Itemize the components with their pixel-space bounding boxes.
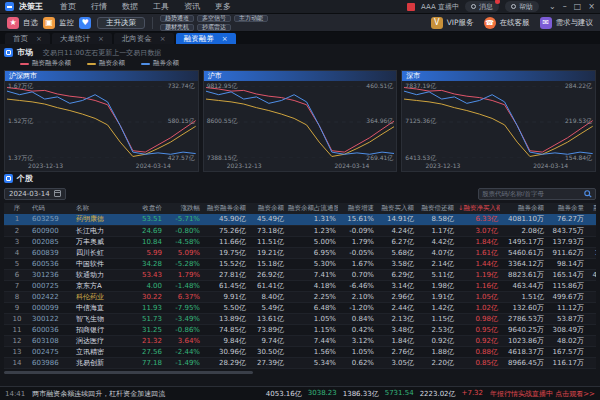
right-axis-tick: 284.22亿 [565,83,592,89]
table-row-603986[interactable]: 14603986兆易创新77.18-1.49%28.29亿27.39亿5.34%… [4,357,596,368]
cell-seq: 14 [4,357,30,368]
stock-search[interactable] [478,188,596,200]
table-row-002475[interactable]: 13002475立讯精密27.56-2.44%30.96亿30.50亿1.56%… [4,346,596,357]
tabbar: 首页×大单统计×北向资金×融资融券× [0,32,600,44]
column-header-sell_vol[interactable]: 融券卖出量 [586,203,596,214]
vip-service-button[interactable]: V VIP服务 [431,17,474,29]
chart-panel-沪深两市: 沪深两市1.67万亿1.52万亿1.37万亿732.74亿580.15亿427.… [4,70,199,172]
column-header-rzrq[interactable]: 融资融券余额 [202,203,248,214]
quick-button-题材先机[interactable]: 题材先机 [160,24,194,31]
tab-close-icon[interactable]: × [36,35,42,43]
table-row-600900[interactable]: 2600900长江电力24.69-0.80%75.26亿73.18亿1.23%-… [4,225,596,236]
promo-ticker[interactable]: AAA 直播中 [421,2,459,12]
market-stats: 4053.16亿3038.231386.33亿5731.542223.02亿+7… [266,389,483,399]
tab-首页[interactable]: 首页× [5,33,50,44]
menu-item-更多[interactable]: 更多 [215,1,231,12]
cell-repay: 1.17亿 [416,225,456,236]
table-row-600839[interactable]: 4600839四川长虹5.995.09%19.75亿19.21亿6.95%-0.… [4,247,596,258]
quick-button-多空信号[interactable]: 多空信号 [197,15,231,22]
column-header-close[interactable]: 收盘价 [130,203,164,214]
hscrollbar-thumb[interactable] [4,371,253,374]
news-ticker[interactable]: 两市融资余额连续回升，杠杆资金加速回流 [32,389,165,399]
titlebar: 决策王 首页行情数据工具资讯更多 AAA 直播中 消息 帮助 ⌄–□× [0,0,600,14]
chart-panel-沪市: 沪市9812.95亿8600.55亿7388.15亿460.51亿364.96亿… [203,70,398,172]
menu-item-数据[interactable]: 数据 [122,1,138,12]
table-row-002085[interactable]: 3002085万丰奥威10.84-4.58%11.66亿11.51亿5.00%1… [4,236,596,247]
column-header-rz[interactable]: 融资余额 [248,203,286,214]
table-row-301236[interactable]: 6301236软通动力53.431.79%27.81亿26.92亿7.41%0.… [4,269,596,280]
table-row-000725[interactable]: 7000725京东方A4.00-1.48%61.45亿61.41亿4.18%-6… [4,280,596,291]
app-name: 决策王 [19,1,43,12]
column-header-code[interactable]: 代码 [30,203,74,214]
chart-plot-area[interactable]: 9812.95亿8600.55亿7388.15亿460.51亿364.96亿26… [206,83,395,161]
watchlist-button[interactable]: ★ 自选 [7,17,38,29]
column-header-chg[interactable]: 涨跌幅 [164,203,202,214]
table-row-603108[interactable]: 12603108润达医疗21.323.64%9.84亿9.74亿7.44%3.1… [4,335,596,346]
minimize-button[interactable]: – [563,2,567,11]
cell-ratio: 1.31% [286,214,338,225]
tab-close-icon[interactable]: × [98,35,104,43]
tab-北向资金[interactable]: 北向资金× [114,33,174,44]
tab-close-icon[interactable]: × [222,35,228,43]
maximize-button[interactable]: □ [574,2,582,11]
table-row-300122[interactable]: 10300122智飞生物51.73-3.49%13.89亿13.61亿1.05%… [4,313,596,324]
tab-融资融券[interactable]: 融资融券× [176,33,236,44]
table-row-002422[interactable]: 8002422科伦药业30.226.37%9.91亿8.40亿2.25%2.10… [4,291,596,302]
table-row-600536[interactable]: 5600536中国软件34.28-5.28%15.52亿15.18亿5.30%1… [4,258,596,269]
promo-link[interactable]: 年报行情实战直播中 点击观看>> [490,389,595,399]
date-picker[interactable]: 2024-03-14 [4,188,66,200]
column-header-rq_vol[interactable]: 融券余量 [546,203,586,214]
quick-button-趋势通道[interactable]: 趋势通道 [160,15,194,22]
messages-button[interactable]: 消息 [465,1,499,12]
quick-button-主力动能[interactable]: 主力动能 [234,15,268,22]
feedback-button[interactable]: ✉ 需求与建议 [540,17,594,29]
cell-rzrq: 15.52亿 [202,258,248,269]
cell-rq_bal: 2786.53万 [500,313,546,324]
main-rise-decision-button[interactable]: 主升决策 [97,17,145,29]
right-axis-tick: 364.96亿 [366,118,393,124]
question-icon [511,4,516,9]
margin-trading-app: { "titlebar": { "app_name": "决策王", "menu… [0,0,600,400]
column-header-growth[interactable]: 融资增速 [338,203,376,214]
chevron-down-button[interactable]: ⌄ [549,2,556,11]
cell-buy: 2.96亿 [376,291,416,302]
table-row-000099[interactable]: 9000099中信海直11.93-7.95%5.50亿5.49亿6.48%-1.… [4,302,596,313]
messages-label: 消息 [479,2,493,12]
cell-rq_vol: 48.02万 [546,335,586,346]
cell-sell_vol: 15.08万 [586,357,596,368]
tab-大单统计[interactable]: 大单统计× [52,33,112,44]
column-header-seq[interactable]: 序 [4,203,30,214]
table-row-600036[interactable]: 11600036招商银行31.25-0.86%74.85亿73.89亿1.15%… [4,324,596,335]
right-axis-tick: 269.41亿 [366,155,393,161]
cell-seq: 3 [4,236,30,247]
column-header-repay[interactable]: 融资偿还额 [416,203,456,214]
status-bar: 14:41 两市融资余额连续回升，杠杆资金加速回流 4053.16亿3038.2… [0,386,600,400]
tab-close-icon[interactable]: × [160,35,166,43]
column-header-rq_bal[interactable]: 融券余额 [500,203,546,214]
monitor-button[interactable]: ▣ 监控 [43,17,74,29]
table-row-603259[interactable]: 1603259药明康德53.51-5.71%45.90亿45.49亿1.31%1… [4,214,596,225]
left-axis-tick: 8600.55亿 [207,118,238,124]
tab-label: 融资融券 [184,34,214,44]
horizontal-scrollbar[interactable] [4,370,596,375]
online-service-button[interactable]: ☎ 在线客服 [484,17,530,29]
help-button[interactable]: 帮助 [505,1,539,12]
search-input[interactable] [482,190,584,197]
quick-button-抄底雷达[interactable]: 抄底雷达 [197,24,231,31]
menu-item-行情[interactable]: 行情 [91,1,107,12]
column-header-ratio[interactable]: 融资余额占流通股比 [286,203,338,214]
menu-item-工具[interactable]: 工具 [153,1,169,12]
cell-growth: 2.10% [338,291,376,302]
column-header-buy[interactable]: 融资买入额 [376,203,416,214]
cell-sell_vol: 39.50万 [586,258,596,269]
column-header-name[interactable]: 名称 [74,203,130,214]
menu-item-资讯[interactable]: 资讯 [184,1,200,12]
column-header-net[interactable]: ↓融资净买入额 [456,203,500,214]
toolbar-right: V VIP服务 ☎ 在线客服 ✉ 需求与建议 [431,17,593,29]
cell-rq_bal: 1.51亿 [500,291,546,302]
chart-plot-area[interactable]: 7837.19亿7125.36亿6413.53亿284.22亿219.53亿15… [404,83,593,161]
cell-net: 1.84亿 [456,236,500,247]
chart-plot-area[interactable]: 1.67万亿1.52万亿1.37万亿732.74亿580.15亿427.57亿 [7,83,196,161]
menu-item-首页[interactable]: 首页 [60,1,76,12]
close-button[interactable]: × [588,2,595,11]
